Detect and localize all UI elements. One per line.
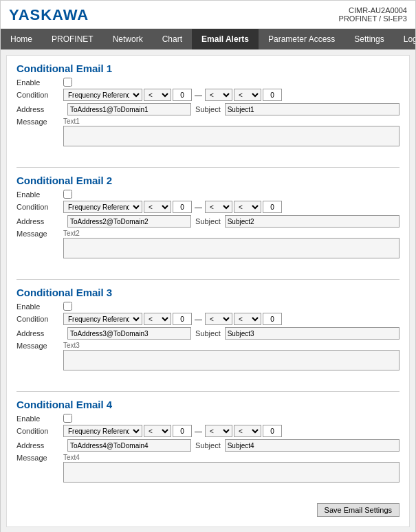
- condition-4-op3-select[interactable]: <>: [234, 425, 261, 437]
- email-4-message-row: Message Text4: [17, 454, 399, 483]
- message-4-hint: Text4: [63, 454, 399, 461]
- email-section-2: Conditional Email 2 Enable Condition Fre…: [17, 167, 399, 267]
- condition-3-op1-select[interactable]: <>: [144, 313, 171, 325]
- message-2-hint: Text2: [63, 230, 399, 237]
- condition-3-val2-input[interactable]: [263, 313, 282, 325]
- message-3-label: Message: [17, 342, 63, 350]
- condition-1-val2-input[interactable]: [263, 89, 282, 101]
- subject-4-label: Subject: [195, 441, 221, 450]
- address-4-input[interactable]: [67, 439, 191, 452]
- connection-type: PROFINET / SI-EP3: [339, 14, 407, 23]
- main-nav: Home PROFINET Network Chart Email Alerts…: [1, 29, 415, 49]
- subject-3-label: Subject: [195, 329, 221, 337]
- nav-network[interactable]: Network: [103, 29, 153, 49]
- condition-4-val1-input[interactable]: [173, 425, 192, 437]
- condition-4-op1-select[interactable]: <>: [144, 425, 171, 437]
- condition-3-op2-select[interactable]: <>: [205, 313, 232, 325]
- condition-2-val1-input[interactable]: [173, 201, 192, 213]
- condition-2-op2-select[interactable]: <>: [205, 201, 232, 213]
- email-2-enable-row: Enable: [17, 190, 399, 199]
- condition-4-param-select[interactable]: Frequency Reference: [63, 425, 142, 437]
- email-section-3: Conditional Email 3 Enable Condition Fre…: [17, 279, 399, 379]
- subject-1-input[interactable]: [225, 103, 399, 115]
- condition-2-param-select[interactable]: Frequency Reference: [63, 201, 142, 213]
- nav-parameter-access[interactable]: Parameter Access: [259, 29, 344, 49]
- enable-3-checkbox[interactable]: [63, 302, 72, 311]
- condition-3-op3-select[interactable]: <>: [234, 313, 261, 325]
- email-3-enable-row: Enable: [17, 302, 399, 311]
- email-section-4: Conditional Email 4 Enable Condition Fre…: [17, 391, 399, 491]
- save-email-settings-button[interactable]: Save Email Settings: [317, 503, 399, 517]
- address-2-input[interactable]: [67, 215, 191, 228]
- nav-logout[interactable]: Logout: [394, 29, 416, 49]
- message-1-textarea[interactable]: [63, 126, 399, 146]
- message-2-textarea[interactable]: [63, 238, 399, 258]
- email-1-enable-row: Enable: [17, 78, 399, 87]
- subject-2-label: Subject: [195, 217, 221, 225]
- condition-2-op1-select[interactable]: <>: [144, 201, 171, 213]
- logo: YASKAWA: [9, 6, 89, 24]
- email-4-condition-row: Condition Frequency Reference <> — <> <>: [17, 425, 399, 437]
- subject-1-label: Subject: [195, 105, 221, 113]
- nav-profinet[interactable]: PROFINET: [42, 29, 103, 49]
- enable-2-checkbox[interactable]: [63, 190, 72, 199]
- page-header: YASKAWA CIMR-AU2A0004 PROFINET / SI-EP3: [1, 1, 415, 29]
- address-4-label: Address: [17, 441, 63, 450]
- message-2-label: Message: [17, 230, 63, 238]
- email-2-title: Conditional Email 2: [17, 175, 399, 186]
- condition-3-label: Condition: [17, 315, 63, 323]
- email-1-condition-row: Condition Frequency Reference <> — <> <>: [17, 89, 399, 101]
- nav-email-alerts[interactable]: Email Alerts: [192, 29, 259, 49]
- address-3-input[interactable]: [67, 327, 191, 340]
- save-row: Save Email Settings: [17, 503, 399, 517]
- message-3-hint: Text3: [63, 342, 399, 349]
- address-3-label: Address: [17, 329, 63, 337]
- email-2-message-col: Text2: [63, 230, 399, 258]
- email-4-condition-controls: Frequency Reference <> — <> <>: [63, 425, 282, 437]
- message-3-textarea[interactable]: [63, 350, 399, 370]
- subject-2-input[interactable]: [225, 215, 399, 228]
- condition-3-val1-input[interactable]: [173, 313, 192, 325]
- message-4-textarea[interactable]: [63, 462, 399, 483]
- email-2-condition-row: Condition Frequency Reference <> — <> <>: [17, 201, 399, 213]
- email-3-message-col: Text3: [63, 342, 399, 370]
- message-1-hint: Text1: [63, 118, 399, 125]
- email-section-1: Conditional Email 1 Enable Condition Fre…: [17, 63, 399, 155]
- email-4-enable-row: Enable: [17, 414, 399, 423]
- enable-3-label: Enable: [17, 302, 63, 311]
- subject-3-input[interactable]: [225, 327, 399, 340]
- nav-settings[interactable]: Settings: [344, 29, 393, 49]
- email-1-condition-controls: Frequency Reference <> — <> <>: [63, 89, 282, 101]
- email-2-address-row: Address Subject: [17, 215, 399, 228]
- condition-1-param-select[interactable]: Frequency Reference: [63, 89, 142, 101]
- subject-4-input[interactable]: [225, 439, 399, 452]
- email-4-message-col: Text4: [63, 454, 399, 483]
- condition-1-val1-input[interactable]: [173, 89, 192, 101]
- message-1-label: Message: [17, 118, 63, 126]
- email-3-address-row: Address Subject: [17, 327, 399, 340]
- condition-2-val2-input[interactable]: [263, 201, 282, 213]
- condition-3-param-select[interactable]: Frequency Reference: [63, 313, 142, 325]
- header-info: CIMR-AU2A0004 PROFINET / SI-EP3: [339, 6, 407, 23]
- email-2-condition-controls: Frequency Reference <> — <> <>: [63, 201, 282, 213]
- condition-4-val2-input[interactable]: [263, 425, 282, 437]
- condition-1-label: Condition: [17, 91, 63, 99]
- condition-4-op2-select[interactable]: <>: [205, 425, 232, 437]
- condition-2-op3-select[interactable]: <>: [234, 201, 261, 213]
- email-2-message-row: Message Text2: [17, 230, 399, 258]
- condition-1-op2-select[interactable]: <>: [205, 89, 232, 101]
- main-content: Conditional Email 1 Enable Condition Fre…: [6, 55, 410, 527]
- address-2-label: Address: [17, 217, 63, 225]
- email-3-title: Conditional Email 3: [17, 287, 399, 298]
- address-1-input[interactable]: [67, 103, 191, 115]
- condition-4-label: Condition: [17, 427, 63, 435]
- condition-1-op1-select[interactable]: <>: [144, 89, 171, 101]
- nav-chart[interactable]: Chart: [153, 29, 192, 49]
- nav-home[interactable]: Home: [1, 29, 42, 49]
- enable-4-checkbox[interactable]: [63, 414, 72, 423]
- email-1-message-row: Message Text1: [17, 118, 399, 146]
- enable-1-label: Enable: [17, 78, 63, 87]
- condition-2-label: Condition: [17, 203, 63, 211]
- enable-1-checkbox[interactable]: [63, 78, 72, 87]
- condition-1-op3-select[interactable]: <>: [234, 89, 261, 101]
